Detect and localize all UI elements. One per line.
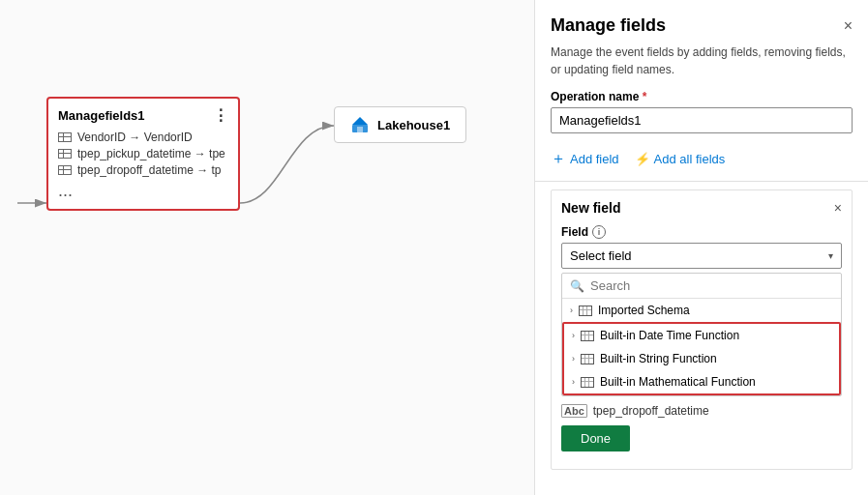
table-icon xyxy=(58,165,72,175)
info-icon: i xyxy=(592,225,606,239)
managefields-node[interactable]: Managefields1 ⋮ VendorID → VendorID tpep… xyxy=(46,97,240,211)
dropdown-item-label: Built-in String Function xyxy=(600,352,717,365)
chevron-right-icon: › xyxy=(572,354,575,364)
search-icon: 🔍 xyxy=(570,279,584,293)
node-row: tpep_pickup_datetime → tpe xyxy=(58,147,228,160)
panel-description: Manage the event fields by adding fields… xyxy=(535,44,868,90)
chevron-right-icon: › xyxy=(572,331,575,340)
select-field-placeholder: Select field xyxy=(570,248,632,263)
node-title: Managefields1 xyxy=(58,108,145,123)
table-icon-small xyxy=(581,331,594,341)
table-icon xyxy=(58,149,72,159)
row-text: tpep_pickup_datetime → tpe xyxy=(77,147,225,160)
done-button[interactable]: Done xyxy=(561,425,630,451)
dropdown-item-string[interactable]: › Built-in String Function xyxy=(564,347,839,370)
bottom-field-text: tpep_dropoff_datetime xyxy=(593,404,709,418)
node-row: VendorID → VendorID xyxy=(58,131,228,144)
lakehouse-title: Lakehouse1 xyxy=(377,118,450,132)
field-dropdown-panel: 🔍 › Imported Schema › xyxy=(561,273,842,396)
connectors-svg xyxy=(0,0,534,495)
manage-fields-panel: Manage fields × Manage the event fields … xyxy=(534,0,868,495)
canvas-area: Managefields1 ⋮ VendorID → VendorID tpep… xyxy=(0,0,534,495)
field-actions: ＋ Add field ⚡ Add all fields xyxy=(535,141,868,181)
lakehouse-icon xyxy=(350,115,370,134)
panel-close-button[interactable]: × xyxy=(844,17,853,35)
bottom-field-row: Abc tpep_dropoff_datetime xyxy=(561,400,842,422)
new-field-title: New field xyxy=(561,200,620,216)
dropdown-item-label: Built-in Mathematical Function xyxy=(600,375,756,389)
search-box: 🔍 xyxy=(562,274,841,299)
chevron-right-icon: › xyxy=(572,377,575,387)
operation-name-section: Operation name * xyxy=(535,90,868,141)
plus-icon: ＋ xyxy=(551,149,566,169)
dropdown-item-label: Built-in Date Time Function xyxy=(600,329,739,342)
node-header: Managefields1 ⋮ xyxy=(58,106,228,125)
dropdown-item-datetime[interactable]: › Built-in Date Time Function xyxy=(564,324,839,347)
node-row: tpep_dropoff_datetime → tp xyxy=(58,163,228,177)
table-icon xyxy=(58,132,72,142)
add-field-button[interactable]: ＋ Add field xyxy=(551,149,619,169)
search-input[interactable] xyxy=(590,278,833,293)
node-more-indicator: ... xyxy=(58,181,228,201)
highlighted-group: › Built-in Date Time Function › Built-in… xyxy=(562,322,841,395)
select-field-dropdown[interactable]: Select field ▾ xyxy=(561,243,842,269)
dropdown-item-imported-schema[interactable]: › Imported Schema xyxy=(562,299,841,322)
chevron-down-icon: ▾ xyxy=(828,250,833,261)
node-menu-dots[interactable]: ⋮ xyxy=(213,106,228,125)
operation-name-input[interactable] xyxy=(551,107,853,133)
panel-title: Manage fields xyxy=(551,15,666,36)
new-field-section: New field × Field i Select field ▾ 🔍 › xyxy=(551,189,853,470)
table-icon-small xyxy=(581,354,594,364)
add-all-fields-button[interactable]: ⚡ Add all fields xyxy=(635,149,726,169)
operation-label: Operation name * xyxy=(551,90,853,103)
row-text: VendorID → VendorID xyxy=(77,131,193,144)
svg-marker-3 xyxy=(352,117,368,125)
dropdown-item-label: Imported Schema xyxy=(598,304,690,317)
new-field-header: New field × xyxy=(561,200,842,216)
svg-rect-4 xyxy=(357,127,363,132)
table-icon-small xyxy=(579,306,592,316)
divider xyxy=(535,181,868,182)
field-label: Field i xyxy=(561,225,842,239)
abc-icon: Abc xyxy=(561,404,587,418)
dropdown-item-math[interactable]: › Built-in Mathematical Function xyxy=(564,370,839,393)
new-field-close-button[interactable]: × xyxy=(834,200,842,216)
chevron-right-icon: › xyxy=(570,306,573,315)
row-text: tpep_dropoff_datetime → tp xyxy=(77,163,222,177)
panel-header: Manage fields × xyxy=(535,0,868,44)
lightning-icon: ⚡ xyxy=(635,152,650,166)
table-icon-small xyxy=(581,377,594,388)
lakehouse-node[interactable]: Lakehouse1 xyxy=(334,106,466,143)
required-star: * xyxy=(643,90,647,103)
